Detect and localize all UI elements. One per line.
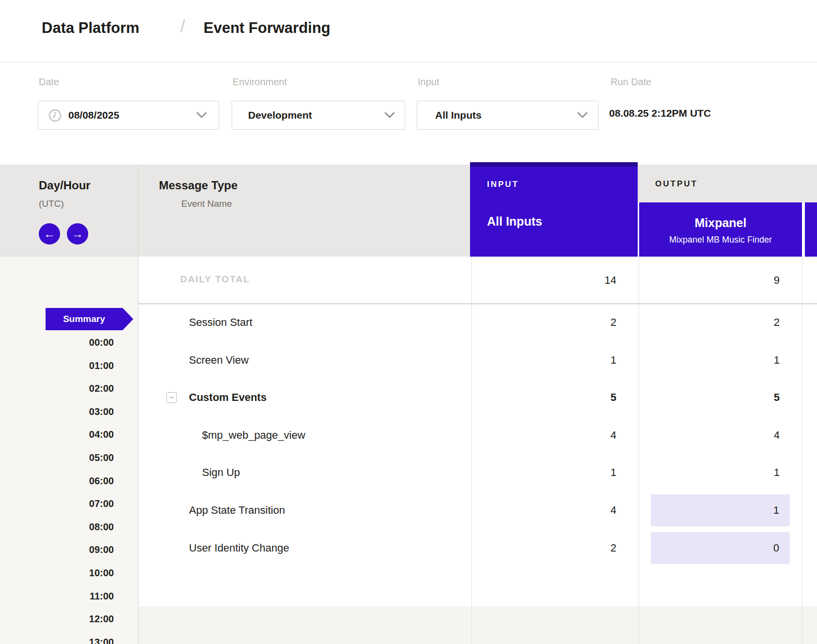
- day-hour-header: Day/Hour: [39, 179, 91, 192]
- input-count: 1: [519, 341, 616, 379]
- input-count: 1: [519, 454, 616, 491]
- event-name: App State Transition: [189, 491, 285, 529]
- output-count: 1: [683, 341, 780, 379]
- hour-item-1200[interactable]: 12:00: [0, 613, 114, 625]
- output-count: 2: [683, 304, 780, 341]
- date-dropdown[interactable]: 08/08/2025: [38, 101, 219, 130]
- discrepancy-highlight-cell[interactable]: 0: [651, 532, 790, 564]
- hour-item-0600[interactable]: 06:00: [0, 475, 114, 487]
- output-count: 5: [683, 379, 780, 416]
- hour-item-0700[interactable]: 07:00: [0, 498, 114, 509]
- table-row: Session Start22: [138, 304, 817, 341]
- hour-item-0500[interactable]: 05:00: [0, 452, 114, 463]
- environment-dropdown[interactable]: Development: [232, 101, 405, 130]
- event-forwarding-page: Data Platform / Event Forwarding Date En…: [0, 0, 817, 644]
- table-row: $mp_web_page_view44: [138, 416, 817, 454]
- input-filter-label: Input: [418, 77, 439, 88]
- hour-item-0400[interactable]: 04:00: [0, 429, 114, 440]
- summary-tab-label: Summary: [46, 308, 123, 330]
- hour-item-0000[interactable]: 00:00: [0, 337, 114, 348]
- previous-day-button[interactable]: ←: [39, 223, 60, 245]
- hour-item-0300[interactable]: 03:00: [0, 406, 114, 417]
- table-row: −Custom Events55: [138, 379, 817, 416]
- input-count: 2: [519, 529, 616, 567]
- arrow-left-icon: ←: [44, 227, 55, 240]
- input-count: 4: [519, 491, 616, 529]
- summary-arrow-tip: [123, 308, 133, 330]
- breadcrumb-separator: /: [180, 16, 185, 37]
- clock-icon: [48, 109, 62, 122]
- hour-item-0900[interactable]: 09:00: [0, 544, 114, 555]
- date-filter-label: Date: [39, 77, 59, 88]
- input-count: 2: [519, 304, 616, 341]
- environment-dropdown-value: Development: [248, 101, 312, 129]
- event-name: User Identity Change: [189, 529, 289, 567]
- output-eyebrow: OUTPUT: [655, 179, 698, 189]
- table-row: App State Transition41: [138, 491, 817, 529]
- event-name-subheader: Event Name: [181, 199, 232, 209]
- discrepancy-highlight-cell[interactable]: 1: [651, 494, 790, 526]
- event-name: Session Start: [189, 304, 252, 341]
- table-row: Sign Up11: [138, 454, 817, 491]
- input-column-accent: [470, 162, 638, 167]
- table-row: Screen View11: [138, 341, 817, 379]
- hour-item-0800[interactable]: 08:00: [0, 521, 114, 533]
- mixpanel-title: Mixpanel: [639, 216, 802, 230]
- chevron-down-icon: [577, 112, 588, 119]
- breadcrumb: Data Platform / Event Forwarding: [0, 0, 817, 62]
- input-dropdown-value: All Inputs: [435, 101, 482, 129]
- table-footer-band: [138, 606, 817, 644]
- page-title: Event Forwarding: [204, 19, 330, 37]
- next-output-column-partial: [805, 202, 817, 257]
- header-divider: [0, 62, 817, 62]
- daily-total-label: DAILY TOTAL: [180, 274, 250, 285]
- daily-total-input-value: 14: [519, 274, 616, 287]
- output-count: 4: [683, 416, 780, 454]
- table-row: User Identity Change20: [138, 529, 817, 567]
- input-column-title: All Inputs: [487, 215, 542, 229]
- run-date-value: 08.08.25 2:12PM UTC: [609, 107, 711, 119]
- daily-total-output-value: 9: [683, 274, 780, 287]
- hour-item-0200[interactable]: 02:00: [0, 383, 114, 394]
- hour-item-1300[interactable]: 13:00: [0, 637, 114, 644]
- output-count: 1: [683, 454, 780, 491]
- input-count: 4: [519, 416, 616, 454]
- run-date-label: Run Date: [611, 77, 652, 88]
- output-column-header-mixpanel[interactable]: Mixpanel Mixpanel MB Music Finder: [639, 202, 802, 257]
- date-dropdown-value: 08/08/2025: [68, 101, 119, 129]
- summary-tab[interactable]: Summary: [46, 308, 123, 330]
- breadcrumb-data-platform[interactable]: Data Platform: [42, 19, 140, 37]
- mixpanel-subtitle: Mixpanel MB Music Finder: [639, 235, 802, 245]
- input-count: 5: [519, 379, 616, 416]
- chevron-down-icon: [384, 112, 395, 119]
- output-count: 1: [651, 494, 779, 526]
- environment-filter-label: Environment: [233, 77, 287, 88]
- hour-item-1000[interactable]: 10:00: [0, 567, 114, 579]
- event-name: Sign Up: [202, 454, 240, 491]
- message-type-header: Message Type: [159, 179, 237, 192]
- day-hour-timezone: (UTC): [39, 199, 64, 209]
- event-name: Screen View: [189, 341, 249, 379]
- collapse-icon[interactable]: −: [166, 392, 177, 403]
- hour-item-1100[interactable]: 11:00: [0, 591, 114, 602]
- next-day-button[interactable]: →: [67, 223, 88, 245]
- event-name: Custom Events: [189, 379, 267, 416]
- input-eyebrow: INPUT: [487, 180, 519, 189]
- input-dropdown[interactable]: All Inputs: [417, 101, 598, 130]
- event-name: $mp_web_page_view: [202, 416, 305, 454]
- output-count: 0: [651, 532, 779, 564]
- arrow-right-icon: →: [72, 227, 83, 240]
- chevron-down-icon: [196, 112, 207, 119]
- hour-item-0100[interactable]: 01:00: [0, 360, 114, 371]
- input-column-header[interactable]: INPUT All Inputs: [470, 162, 638, 257]
